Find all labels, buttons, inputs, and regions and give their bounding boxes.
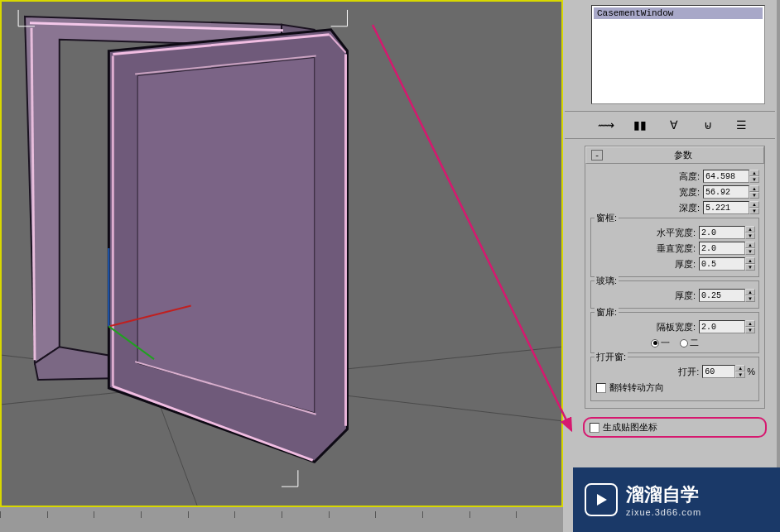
width-spin-down[interactable]: ▼ <box>749 192 759 199</box>
height-spin-down[interactable]: ▼ <box>749 176 759 183</box>
svg-marker-9 <box>137 58 315 413</box>
modifier-stack-item[interactable]: CasementWindow <box>594 7 763 19</box>
spin-up[interactable]: ▲ <box>745 226 755 232</box>
spin-up[interactable]: ▲ <box>745 257 755 264</box>
checkbox-icon <box>596 383 606 393</box>
height-label: 高度: <box>679 170 703 183</box>
glass-thick-input[interactable] <box>699 289 745 302</box>
play-icon <box>585 483 618 516</box>
spin-up[interactable]: ▲ <box>745 242 755 248</box>
flip-direction-label: 翻转转动方向 <box>609 381 664 394</box>
spin-down[interactable]: ▼ <box>745 327 755 333</box>
radio-circle-icon <box>680 339 688 347</box>
depth-input[interactable] <box>703 201 749 214</box>
casement-group-title: 窗扉: <box>595 306 619 319</box>
frame-thick-label: 厚度: <box>675 258 699 271</box>
watermark-badge: 溜溜自学 zixue.3d66.com <box>573 467 780 532</box>
remove-modifier-icon[interactable]: ⊌ <box>700 117 716 133</box>
spin-down[interactable]: ▼ <box>745 295 755 302</box>
height-spin-up[interactable]: ▲ <box>749 170 759 176</box>
watermark-subtitle: zixue.3d66.com <box>626 507 701 517</box>
spin-down[interactable]: ▼ <box>735 371 745 378</box>
show-end-result-icon[interactable]: ▮▮ <box>632 117 648 133</box>
glass-group: 玻璃: 厚度: ▲▼ <box>590 280 759 309</box>
panels-two-radio[interactable]: 二 <box>680 337 699 349</box>
modifier-stack-toolbar: ⟿ ▮▮ ∀ ⊌ ☰ <box>565 111 775 139</box>
width-label: 宽度: <box>679 186 703 199</box>
generate-mapping-coords-label: 生成贴图坐标 <box>603 421 657 434</box>
spin-down[interactable]: ▼ <box>745 264 755 271</box>
spin-down[interactable]: ▼ <box>745 232 755 239</box>
frame-group: 窗框: 水平宽度: ▲▼ 垂直宽度: ▲▼ <box>590 218 759 277</box>
radio-dot-icon <box>651 339 659 347</box>
frame-thick-input[interactable] <box>699 257 745 271</box>
frame-vwidth-label: 垂直宽度: <box>657 242 699 255</box>
window-model-render <box>2 2 561 506</box>
modify-panel: CasementWindow ⟿ ▮▮ ∀ ⊌ ☰ - 参数 高度: ▲ <box>563 0 777 532</box>
open-label: 打开: <box>678 366 702 378</box>
depth-spin-down[interactable]: ▼ <box>749 208 759 214</box>
depth-spin-up[interactable]: ▲ <box>749 201 759 208</box>
panels-one-radio[interactable]: 一 <box>651 337 670 349</box>
flip-direction-checkbox[interactable]: 翻转转动方向 <box>596 381 754 394</box>
parameters-rollout: - 参数 高度: ▲ ▼ 宽度: <box>585 146 765 409</box>
generate-mapping-coords-checkbox[interactable]: 生成贴图坐标 <box>590 421 760 434</box>
open-group-title: 打开窗: <box>595 351 628 363</box>
pin-stack-icon[interactable]: ⟿ <box>598 117 614 133</box>
depth-label: 深度: <box>679 202 703 214</box>
frame-group-title: 窗框: <box>595 212 619 224</box>
checkbox-icon <box>590 423 599 433</box>
open-percent-input[interactable] <box>702 365 735 378</box>
make-unique-icon[interactable]: ∀ <box>666 117 682 133</box>
spin-up[interactable]: ▲ <box>735 365 745 371</box>
modifier-stack-list[interactable]: CasementWindow <box>591 5 765 104</box>
glass-thick-label: 厚度: <box>675 290 699 302</box>
annotation-callout: 生成贴图坐标 <box>583 417 767 438</box>
viewport-3d[interactable] <box>0 0 563 507</box>
casement-group: 窗扉: 隔板宽度: ▲▼ 一 <box>590 312 759 353</box>
width-spin-up[interactable]: ▲ <box>749 185 759 192</box>
open-group: 打开窗: 打开: ▲▼ % 翻转转动方向 <box>590 357 759 401</box>
timeline-ruler[interactable] <box>0 511 563 532</box>
rollout-title: 参数 <box>608 149 758 161</box>
radio-label-one: 一 <box>661 337 670 349</box>
frame-vwidth-input[interactable] <box>699 242 745 255</box>
spin-up[interactable]: ▲ <box>745 289 755 295</box>
configure-sets-icon[interactable]: ☰ <box>734 117 750 133</box>
radio-label-two: 二 <box>690 337 699 349</box>
rollout-toggle-icon: - <box>591 150 603 161</box>
panel-width-input[interactable] <box>699 320 745 333</box>
spin-up[interactable]: ▲ <box>745 320 755 327</box>
frame-hwidth-input[interactable] <box>699 226 745 239</box>
height-input[interactable] <box>703 170 749 183</box>
spin-down[interactable]: ▼ <box>745 248 755 255</box>
glass-group-title: 玻璃: <box>595 275 619 287</box>
percent-sign: % <box>747 367 755 376</box>
panel-width-label: 隔板宽度: <box>657 321 699 333</box>
svg-marker-22 <box>597 494 607 506</box>
rollout-header[interactable]: - 参数 <box>585 146 764 164</box>
width-input[interactable] <box>703 185 749 199</box>
watermark-title: 溜溜自学 <box>626 482 701 507</box>
frame-hwidth-label: 水平宽度: <box>657 227 699 239</box>
